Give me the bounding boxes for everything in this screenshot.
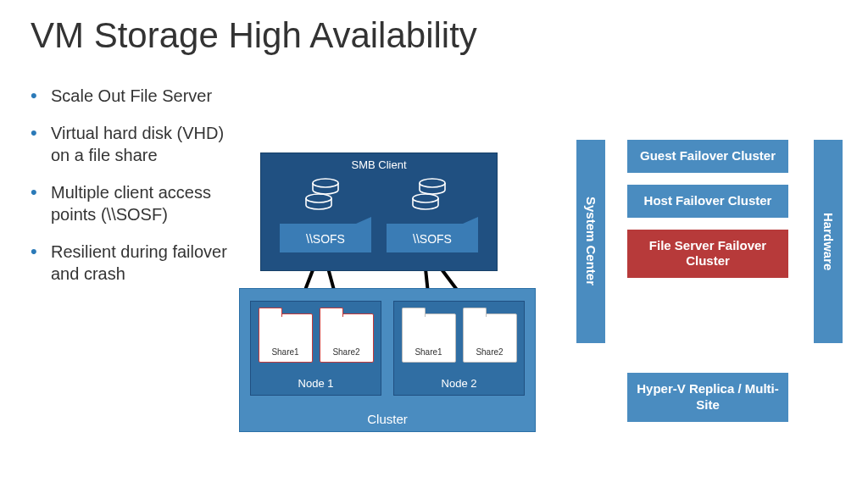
share-folder-icon: Share2 <box>463 313 517 363</box>
share-label: Share1 <box>403 347 455 357</box>
svg-point-5 <box>306 194 331 202</box>
sofs-endpoint: \\SOFS <box>280 176 371 259</box>
cluster-label: Cluster <box>240 412 535 426</box>
smb-client-label: SMB Client <box>261 153 497 175</box>
system-center-label: System Center <box>584 197 598 286</box>
hyperv-replica-box: Hyper-V Replica / Multi-Site <box>627 373 788 422</box>
svg-point-4 <box>313 179 338 187</box>
cluster-node: Share1 Share2 Node 1 <box>250 301 381 396</box>
hardware-label: Hardware <box>821 213 836 270</box>
smb-client-box: SMB Client \\SOFS <box>260 152 498 271</box>
dotted-divider <box>559 352 856 358</box>
share-folder-icon: Share2 <box>320 313 374 363</box>
sofs-label: \\SOFS <box>280 224 371 252</box>
hardware-bar: Hardware <box>814 140 843 343</box>
cluster-node: Share1 Share2 Node 2 <box>393 301 525 396</box>
bullet-item: Scale Out File Server <box>31 85 242 107</box>
cluster-box: Share1 Share2 Node 1 Share1 Share2 <box>239 288 536 432</box>
svg-point-6 <box>420 179 445 187</box>
sofs-label: \\SOFS <box>387 224 478 252</box>
share-folder-icon: Share1 <box>259 313 313 363</box>
slide-title: VM Storage High Availability <box>0 0 868 56</box>
share-label: Share2 <box>464 347 516 357</box>
server-icon <box>412 176 453 215</box>
bullet-item: Virtual hard disk (VHD) on a file share <box>31 122 242 166</box>
bullet-list: Scale Out File Server Virtual hard disk … <box>31 85 242 300</box>
node-label: Node 2 <box>394 377 524 390</box>
bullet-item: Multiple client access points (\\SOSF) <box>31 181 242 225</box>
node-label: Node 1 <box>251 377 381 390</box>
share-label: Share1 <box>259 347 312 357</box>
share-folder-icon: Share1 <box>402 313 456 363</box>
svg-point-7 <box>413 194 438 202</box>
server-icon <box>305 176 346 215</box>
bullet-item: Resilient during failover and crash <box>31 241 242 285</box>
share-label: Share2 <box>320 347 373 357</box>
fileserver-failover-box: File Server Failover Cluster <box>627 230 788 279</box>
host-failover-box: Host Failover Cluster <box>627 185 788 218</box>
failover-stack: Guest Failover Cluster Host Failover Clu… <box>627 140 788 278</box>
architecture-diagram: SMB Client \\SOFS <box>239 152 536 458</box>
system-center-bar: System Center <box>576 140 605 343</box>
guest-failover-box: Guest Failover Cluster <box>627 140 788 173</box>
sofs-endpoint: \\SOFS <box>387 176 478 259</box>
